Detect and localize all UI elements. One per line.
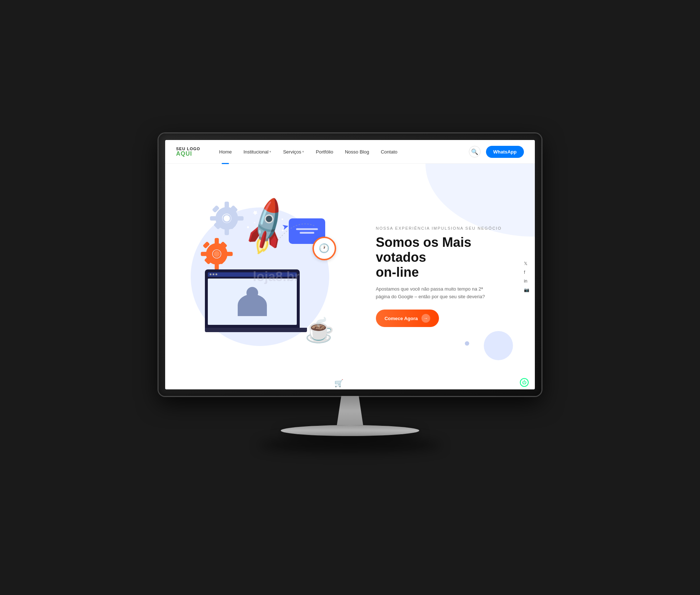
- hero-content: NOSSA EXPERIÊNCIA IMPULSIONA SEU NEGÓCIO…: [369, 164, 535, 389]
- nav-institucional[interactable]: Institucional ▾: [239, 146, 276, 158]
- facebook-icon[interactable]: f: [524, 270, 529, 275]
- monitor-bezel: SEU LOGO AQUI Home Institucional ▾: [159, 133, 541, 396]
- svg-rect-4: [210, 216, 217, 221]
- power-icon: ⏻: [522, 380, 526, 385]
- screen-dot: [210, 273, 211, 275]
- gear-orange-icon: [199, 237, 236, 273]
- chevron-down-icon: ▾: [269, 150, 271, 153]
- power-button[interactable]: ⏻: [520, 378, 529, 387]
- monitor-neck: [328, 396, 372, 425]
- monitor-brand: 🛒 Loja3: [334, 378, 366, 388]
- logo-aqui: AQUI: [176, 151, 200, 157]
- monitor: SEU LOGO AQUI Home Institucional ▾: [159, 133, 541, 396]
- nav-contato[interactable]: Contato: [376, 146, 402, 158]
- laptop-illustration: [205, 269, 314, 342]
- nav-servicos[interactable]: Serviços ▾: [279, 146, 308, 158]
- cta-arrow-icon: →: [421, 314, 430, 323]
- hero-section: 🚀 🕐: [165, 164, 535, 389]
- logo-seu: SEU LOGO: [176, 147, 200, 151]
- navbar: SEU LOGO AQUI Home Institucional ▾: [165, 140, 535, 164]
- search-button[interactable]: 🔍: [469, 146, 481, 158]
- nav-blog[interactable]: Nosso Blog: [341, 146, 373, 158]
- nav-portfolio[interactable]: Portfólio: [311, 146, 338, 158]
- whatsapp-button[interactable]: WhatsApp: [486, 146, 524, 158]
- hero-description: Apostamos que você não passa muito tempo…: [376, 285, 493, 301]
- svg-point-1: [223, 215, 230, 222]
- hero-subtitle: NOSSA EXPERIÊNCIA IMPULSIONA SEU NEGÓCIO: [376, 226, 520, 230]
- search-icon: 🔍: [471, 148, 478, 155]
- monitor-shadow: [259, 438, 441, 452]
- laptop-base: [205, 328, 307, 332]
- svg-rect-15: [226, 252, 233, 256]
- illustration-container: 🚀 🕐: [179, 189, 354, 364]
- nav-home[interactable]: Home: [215, 146, 236, 158]
- website: SEU LOGO AQUI Home Institucional ▾: [165, 140, 535, 389]
- nav-links: Home Institucional ▾ Serviços ▾: [215, 146, 469, 158]
- laptop-screen-content: [208, 279, 297, 325]
- svg-point-11: [213, 250, 220, 257]
- coffee-cup-icon: ☕: [305, 316, 334, 344]
- twitter-icon[interactable]: 𝕏: [524, 261, 529, 266]
- dotted-path: [274, 215, 318, 244]
- svg-rect-14: [201, 252, 207, 256]
- svg-rect-13: [215, 264, 219, 270]
- chevron-down-icon: ▾: [302, 150, 304, 153]
- nav-actions: 🔍 WhatsApp: [469, 146, 524, 158]
- svg-rect-2: [225, 202, 229, 208]
- laptop-screen: [205, 269, 300, 328]
- svg-rect-3: [225, 229, 229, 235]
- screen-dot: [215, 273, 217, 275]
- hero-title: Somos os Mais votados on-line: [376, 235, 520, 280]
- cart-icon: 🛒: [334, 379, 343, 388]
- laptop-screen-top: [208, 272, 297, 277]
- linkedin-icon[interactable]: in: [524, 279, 529, 284]
- instagram-icon[interactable]: 📷: [524, 287, 529, 292]
- brand-name: Loja3: [345, 378, 366, 388]
- monitor-screen: SEU LOGO AQUI Home Institucional ▾: [165, 140, 535, 389]
- scene: SEU LOGO AQUI Home Institucional ▾: [149, 133, 551, 462]
- monitor-base: [281, 425, 419, 436]
- cta-button[interactable]: Comece Agora →: [376, 310, 439, 327]
- screen-dot: [213, 273, 214, 275]
- social-sidebar: 𝕏 f in 📷: [524, 261, 529, 292]
- svg-rect-12: [215, 238, 219, 244]
- logo[interactable]: SEU LOGO AQUI: [176, 147, 200, 157]
- hero-illustration: 🚀 🕐: [165, 164, 369, 389]
